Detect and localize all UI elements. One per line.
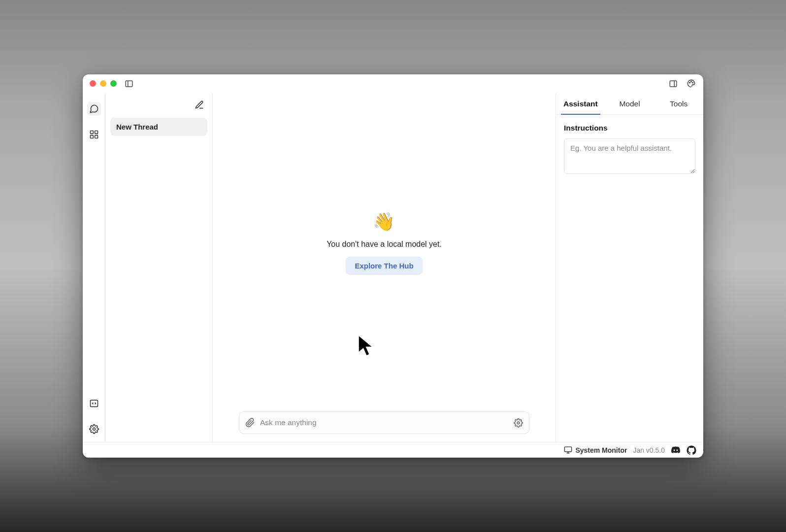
panel-right-icon xyxy=(669,79,678,88)
svg-rect-14 xyxy=(565,447,572,452)
github-link[interactable] xyxy=(687,445,696,455)
panel-left-icon xyxy=(125,79,133,88)
svg-point-12 xyxy=(93,428,95,431)
app-version: Jan v0.5.0 xyxy=(633,446,665,454)
svg-point-13 xyxy=(517,422,520,424)
system-monitor-button[interactable]: System Monitor xyxy=(564,446,627,454)
svg-point-4 xyxy=(689,82,690,83)
app-body: New Thread 👋 You don't have a local mode… xyxy=(83,93,703,442)
monitor-icon xyxy=(564,446,572,454)
thread-item[interactable]: New Thread xyxy=(110,118,207,136)
edit-icon xyxy=(195,100,204,110)
chat-main: 👋 You don't have a local model yet. Expl… xyxy=(213,93,556,442)
svg-rect-2 xyxy=(670,81,677,87)
svg-rect-0 xyxy=(126,81,132,87)
new-thread-button[interactable] xyxy=(195,100,204,110)
window-controls xyxy=(90,80,117,87)
explore-hub-button[interactable]: Explore The Hub xyxy=(346,257,422,275)
tab-label: Tools xyxy=(670,100,688,108)
svg-point-5 xyxy=(690,81,691,82)
instructions-label: Instructions xyxy=(564,124,695,133)
grid-icon xyxy=(89,130,99,139)
empty-state-message: You don't have a local model yet. xyxy=(327,240,442,249)
cursor-icon xyxy=(357,333,376,359)
thread-item-label: New Thread xyxy=(116,123,158,131)
tab-label: Assistant xyxy=(563,100,598,108)
titlebar-right xyxy=(668,78,696,89)
empty-state: 👋 You don't have a local model yet. Expl… xyxy=(327,211,442,275)
system-monitor-label: System Monitor xyxy=(575,446,627,454)
paperclip-icon xyxy=(245,418,255,428)
window-close-button[interactable] xyxy=(90,80,96,87)
palette-icon xyxy=(687,79,696,88)
tab-model[interactable]: Model xyxy=(605,93,655,114)
attach-button[interactable] xyxy=(245,418,255,428)
svg-point-6 xyxy=(692,82,693,83)
chat-icon xyxy=(89,104,99,114)
svg-rect-10 xyxy=(95,135,98,138)
svg-rect-9 xyxy=(90,135,93,138)
assistant-panel-body: Instructions xyxy=(556,115,703,185)
gear-icon xyxy=(89,424,99,434)
theme-button[interactable] xyxy=(686,78,696,89)
rail-item-chat[interactable] xyxy=(87,102,101,116)
nav-rail xyxy=(83,93,105,442)
discord-link[interactable] xyxy=(671,445,681,455)
chat-settings-button[interactable] xyxy=(514,418,523,428)
window-maximize-button[interactable] xyxy=(110,80,117,87)
sidebar-toggle-right-button[interactable] xyxy=(668,78,679,89)
svg-rect-7 xyxy=(90,131,93,134)
svg-rect-8 xyxy=(95,131,98,134)
app-window: New Thread 👋 You don't have a local mode… xyxy=(83,74,703,458)
svg-rect-11 xyxy=(90,400,98,406)
window-minimize-button[interactable] xyxy=(100,80,106,87)
tab-tools[interactable]: Tools xyxy=(654,93,703,114)
sidebar-toggle-left-button[interactable] xyxy=(125,79,133,88)
right-panel-tabs: Assistant Model Tools xyxy=(556,93,703,115)
rail-item-hub[interactable] xyxy=(87,128,101,141)
github-icon xyxy=(687,445,696,455)
titlebar xyxy=(83,74,703,93)
threads-sidebar: New Thread xyxy=(105,93,213,442)
code-square-icon xyxy=(89,399,99,408)
gear-icon xyxy=(514,418,523,428)
chat-input[interactable] xyxy=(260,418,509,427)
statusbar: System Monitor Jan v0.5.0 xyxy=(83,442,703,458)
instructions-textarea[interactable] xyxy=(564,138,695,174)
chat-input-bar xyxy=(239,411,529,434)
tab-assistant[interactable]: Assistant xyxy=(556,93,605,114)
discord-icon xyxy=(671,445,681,455)
rail-item-local-api[interactable] xyxy=(87,397,101,410)
rail-item-settings[interactable] xyxy=(87,422,101,436)
right-panel: Assistant Model Tools Instructions xyxy=(556,93,703,442)
wave-icon: 👋 xyxy=(373,211,395,232)
tab-label: Model xyxy=(619,100,640,108)
